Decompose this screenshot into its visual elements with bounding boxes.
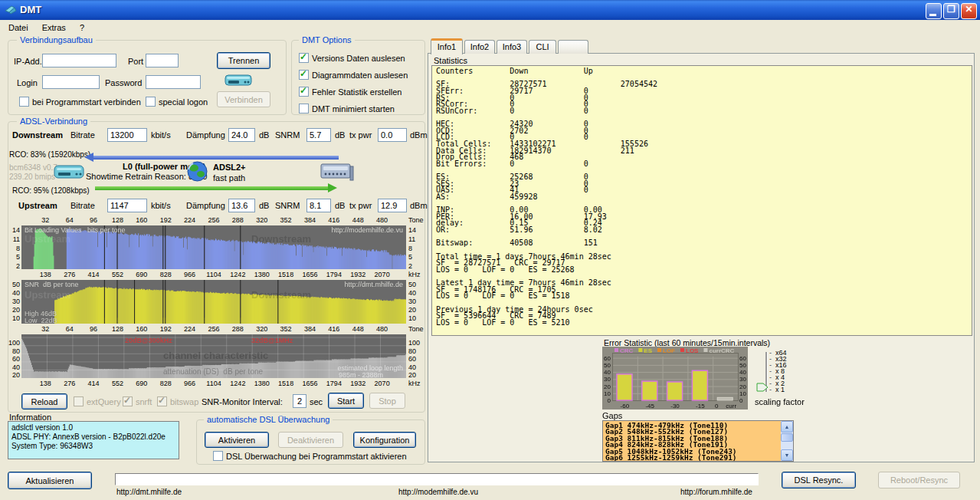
reload-button[interactable]: Reload [21, 393, 67, 410]
login-input[interactable] [42, 75, 100, 89]
axis-tick: 128 [112, 216, 123, 224]
statistics-text[interactable]: Counters Down Up SF: 28727571 27054542 S… [431, 65, 972, 336]
option-checkbox-3[interactable] [299, 104, 309, 113]
tone-axis-2: 3264961281601922242562883203523844164484… [21, 325, 424, 333]
axis-tick: 966 [184, 380, 195, 387]
axis-tick: 448 [352, 216, 364, 224]
title-bar[interactable]: DMT ❐ ✕ [0, 0, 980, 20]
bitswap-label: bitswap [170, 397, 198, 406]
extquery-checkbox[interactable] [74, 396, 84, 406]
gaps-list[interactable]: Gap1 474kHz-479kHz (Tone110)Gap2 548kHz-… [602, 420, 794, 462]
tab-info3[interactable]: Info3 [497, 40, 527, 54]
verbinden-button[interactable]: Verbinden [217, 91, 270, 107]
snr-chart [21, 280, 406, 324]
y-axis-label: 60 [3, 355, 20, 363]
axis-tick: 690 [136, 380, 147, 387]
menu-extras[interactable]: Extras [42, 23, 66, 32]
axis-tick: 2070 [375, 271, 390, 278]
up-snrm-input[interactable] [306, 199, 331, 212]
scroll-up-button[interactable]: ▲ [781, 421, 793, 433]
stop-button[interactable]: Stop [369, 393, 405, 409]
bitswap-checkbox[interactable]: ✓ [157, 396, 167, 406]
down-bitrate-input[interactable] [107, 128, 147, 142]
programmstart-checkbox[interactable] [19, 97, 29, 107]
information-box: adslctl version 1.0 ADSL PHY: AnnexB ver… [8, 421, 179, 459]
rco-down-text: RCO: 83% (15920kbps) [9, 150, 90, 159]
bitrate-label-up: Bitrate [70, 201, 95, 210]
progress-field [115, 473, 759, 485]
y-axis-label: 100 [408, 339, 425, 347]
down-att-input[interactable] [228, 128, 255, 142]
axis-tick: 480 [376, 216, 388, 224]
tab-blank[interactable] [558, 40, 588, 54]
aktivieren-button[interactable]: Aktivieren [205, 432, 269, 448]
menu-?[interactable]: ? [80, 23, 84, 32]
gaps-lines: Gap1 474kHz-479kHz (Tone110)Gap2 548kHz-… [605, 423, 780, 461]
adsl-caption: ADSL-Verbindung [17, 117, 90, 126]
deaktivieren-button[interactable]: Deaktivieren [278, 432, 343, 448]
tab-cli[interactable]: CLI [529, 40, 556, 54]
restore-button[interactable]: ❐ [943, 3, 959, 19]
special-logon-checkbox[interactable] [146, 97, 156, 107]
y-axis-label: 80 [408, 347, 425, 355]
scaling-slider-thumb[interactable] [756, 383, 769, 392]
axis-tick: 414 [88, 380, 100, 387]
link-dmt-mhilfe[interactable]: http://dmt.mhilfe.de [116, 488, 182, 496]
check-icon: ✓ [300, 85, 307, 96]
menu-datei[interactable]: Datei [8, 23, 28, 32]
gap-item[interactable]: Gap6 1255kHz-1259kHz (Tone291) [605, 455, 780, 461]
tone-axis-top: 3264961281601922242562883203523844164484… [21, 216, 424, 224]
dmt-options-caption: DMT Options [299, 35, 355, 44]
interval-input[interactable] [293, 394, 306, 408]
sec-label: sec [310, 397, 323, 406]
y-axis-label: 60 [408, 355, 425, 363]
y-axis-label: 40 [3, 363, 20, 371]
close-button[interactable]: ✕ [961, 3, 977, 19]
y-axis-label: 10 [408, 314, 425, 322]
axis-tick: 96 [90, 216, 97, 224]
password-input[interactable] [146, 75, 201, 89]
channel-chart [21, 334, 406, 378]
scroll-thumb[interactable] [781, 433, 793, 442]
dbm-unit-down: dBm [410, 130, 428, 140]
ip-input[interactable] [42, 54, 116, 67]
axis-tick: 1104 [206, 271, 221, 278]
down-txpwr-input[interactable] [378, 128, 407, 142]
scroll-down-button[interactable]: ▼ [781, 449, 793, 461]
reboot-resync-button[interactable]: Reboot/Resync [878, 472, 960, 488]
axis-tick: 552 [112, 271, 123, 278]
axis-tick: 138 [40, 271, 51, 278]
down-snrm-input[interactable] [306, 128, 331, 142]
up-bitrate-input[interactable] [107, 199, 147, 212]
dmt-app-window: DMT ❐ ✕ DateiExtras? Verbindungsaufbau I… [0, 0, 980, 500]
trennen-button[interactable]: Trennen [217, 52, 270, 69]
option-checkbox-0[interactable]: ✓ [299, 53, 309, 63]
start-button[interactable]: Start [328, 393, 364, 409]
gaps-label: Gaps [602, 411, 622, 420]
bmips-text: 239.20 bmips [9, 173, 55, 181]
tab-strip: Info1Info2Info3CLI [431, 38, 814, 54]
tab-info1[interactable]: Info1 [431, 38, 463, 54]
konfiguration-button[interactable]: Konfiguration [353, 432, 416, 448]
snrft-label: snrft [136, 397, 152, 406]
up-txpwr-input[interactable] [378, 199, 407, 212]
axis-unit: Tone [408, 216, 424, 224]
up-att-input[interactable] [228, 199, 255, 212]
link-forum-mhilfe[interactable]: http://forum.mhilfe.de [680, 488, 752, 496]
gaps-scrollbar[interactable]: ▲ ▼ [781, 421, 793, 461]
y-axis-label: 40 [3, 289, 20, 297]
link-modemhilfe[interactable]: http://modemhilfe.de.vu [398, 488, 478, 496]
dsl-resync-button[interactable]: DSL Resync. [782, 472, 856, 488]
password-label: Password [105, 78, 142, 87]
snrft-checkbox[interactable]: ✓ [123, 396, 133, 406]
minimize-button[interactable] [926, 3, 942, 19]
option-checkbox-2[interactable]: ✓ [299, 87, 309, 97]
port-input[interactable] [146, 54, 179, 67]
tab-info2[interactable]: Info2 [464, 40, 495, 54]
axis-tick: 2070 [375, 380, 390, 387]
aktualisieren-button[interactable]: Aktualisieren [8, 472, 92, 489]
axis-tick: 1794 [326, 271, 342, 278]
watch-startup-checkbox[interactable] [213, 451, 223, 461]
option-checkbox-1[interactable]: ✓ [299, 70, 309, 80]
axis-tick: 320 [256, 216, 267, 224]
